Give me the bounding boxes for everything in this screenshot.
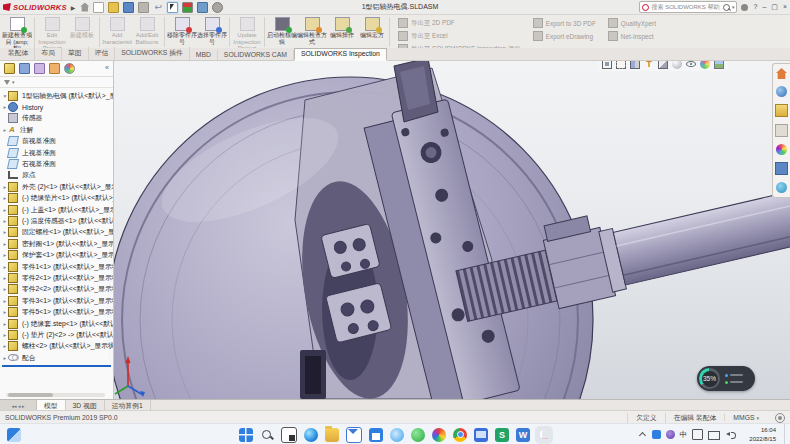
remote-app-button[interactable] — [474, 428, 488, 442]
widgets-button[interactable] — [7, 428, 21, 442]
ime-keyboard-icon[interactable] — [692, 429, 703, 440]
ribbon-button-edit-method[interactable]: 编辑检查方式 — [297, 15, 327, 49]
tab-solidworks-inspection[interactable]: SOLIDWORKS Inspection — [294, 48, 387, 61]
tree-item[interactable]: ▸(-) 温度传感器<1> (默认<<默认>_ — [2, 215, 113, 226]
tab-布局[interactable]: 布局 — [35, 47, 62, 60]
tree-item[interactable]: ▸(-) 上盖<1> (默认<<默认>_显示状 — [2, 204, 113, 215]
tree-root-item[interactable]: ▾ 1型铝轴热电偶 (默认<默认>_显示状态-1 — [2, 90, 113, 101]
tree-filter-row[interactable]: ▾ — [0, 77, 113, 88]
s-green-app-button[interactable] — [495, 428, 509, 442]
new-document-icon[interactable] — [93, 2, 104, 13]
tree-horizontal-scrollbar[interactable] — [6, 393, 105, 397]
custom-properties-icon[interactable] — [775, 162, 788, 175]
propertymanager-icon[interactable] — [19, 63, 30, 74]
filter-dropdown-icon[interactable]: ▾ — [12, 79, 15, 85]
solidworks-forum-icon[interactable] — [776, 182, 787, 193]
tree-item[interactable]: ▸零件2<1> (默认<<默认>_显示状 — [2, 272, 113, 283]
cad-model-view[interactable] — [0, 60, 790, 399]
ribbon-button-remove-balloons[interactable]: 移除零件序号 — [167, 15, 197, 49]
print-icon[interactable] — [138, 2, 149, 13]
view-palette-icon[interactable] — [775, 124, 788, 137]
performance-overlay[interactable]: 35% — [697, 366, 755, 391]
hidden-icons-chevron-icon[interactable] — [638, 430, 647, 439]
taskbar-clock[interactable]: 16:04 2022/8/15 — [742, 426, 776, 442]
ribbon-button-edit-macro[interactable]: 编辑宏方 — [357, 15, 387, 49]
tree-item[interactable]: 右视基准面 — [2, 158, 113, 169]
tree-item[interactable]: ▸配合 — [2, 352, 113, 363]
tree-item[interactable]: ▸注解 — [2, 124, 113, 135]
tree-item[interactable]: ▸外壳 (2)<1> (默认<<默认>_显示状 — [2, 181, 113, 192]
file-explorer-icon[interactable] — [775, 104, 788, 117]
solidworks-button[interactable] — [537, 428, 551, 442]
ime-lang-icon[interactable]: 中 — [680, 430, 688, 439]
tree-item[interactable]: ▸保护套<1> (默认<<默认>_显示状 — [2, 249, 113, 260]
cast-icon[interactable] — [708, 431, 720, 440]
volume-icon[interactable] — [725, 430, 734, 439]
start-button[interactable] — [239, 428, 253, 442]
solidworks-resources-icon[interactable] — [776, 68, 787, 79]
ribbon-button-select-balloons[interactable]: 选择零件序号 — [197, 15, 227, 49]
store-button[interactable] — [369, 428, 383, 442]
tree-item[interactable]: 前视基准面 — [2, 136, 113, 147]
color-wheel-app-button[interactable] — [432, 428, 446, 442]
tree-item[interactable]: ▸零件3<1> (默认<<默认>_显示状 — [2, 295, 113, 306]
tree-item[interactable]: ▸零件5<1> (默认<<默认>_显示状 — [2, 306, 113, 317]
minimize-button[interactable]: – — [762, 2, 766, 12]
appearances-scenes-icon[interactable] — [776, 144, 787, 155]
search-button[interactable] — [260, 428, 274, 442]
configurationmanager-icon[interactable] — [34, 63, 45, 74]
tree-item[interactable]: 上视基准面 — [2, 147, 113, 158]
search-icon[interactable] — [723, 4, 730, 11]
help-button[interactable]: ? — [753, 2, 757, 12]
user-account-icon[interactable] — [741, 4, 748, 11]
tab-草图[interactable]: 草图 — [62, 47, 89, 60]
onedrive-icon[interactable] — [652, 430, 661, 439]
displaymanager-icon[interactable] — [64, 63, 75, 74]
undo-icon[interactable]: ↩ — [153, 3, 163, 12]
search-dropdown-icon[interactable]: ▾ — [732, 4, 735, 10]
tab-评估[interactable]: 评估 — [89, 47, 116, 60]
featuremanager-icon[interactable] — [4, 63, 15, 74]
tab-装配体[interactable]: 装配体 — [2, 47, 35, 60]
graphics-area[interactable]: 35% — [0, 60, 790, 399]
dimxpertmanager-icon[interactable] — [49, 63, 60, 74]
tab-mbd[interactable]: MBD — [190, 50, 218, 60]
menu-flyout-arrow-icon[interactable]: ▶ — [71, 4, 76, 11]
scene-lights-icon[interactable] — [182, 2, 193, 13]
save-icon[interactable] — [123, 2, 134, 13]
green-messenger-button[interactable] — [411, 428, 425, 442]
options-icon[interactable] — [212, 2, 223, 13]
chrome-button[interactable] — [453, 428, 467, 442]
search-box[interactable]: 搜索 SOLIDWORKS 帮助 ▾ — [639, 1, 737, 13]
show-desktop-button[interactable] — [784, 424, 788, 444]
design-library-icon[interactable] — [776, 86, 787, 97]
tree-item[interactable]: ▸密封圈<1> (默认<<默认>_显示状 — [2, 238, 113, 249]
search-input[interactable]: 搜索 SOLIDWORKS 帮助 — [651, 3, 720, 12]
open-icon[interactable] — [108, 2, 119, 13]
ribbon-button-new-inspection[interactable]: 新建检查项目 (amp;构) — [2, 15, 32, 49]
collapse-panel-icon[interactable]: « — [105, 64, 109, 73]
file-explorer-button[interactable] — [325, 428, 339, 442]
display-manager-icon[interactable] — [197, 2, 208, 13]
tree-item[interactable]: 原点 — [2, 170, 113, 181]
tree-item[interactable]: 传感器 — [2, 113, 113, 124]
task-view-button[interactable] — [281, 427, 297, 443]
ribbon-button-launch-editor[interactable]: 启动检核编辑 — [267, 15, 297, 49]
edge-button[interactable] — [304, 428, 318, 442]
tree-item[interactable]: ▸History — [2, 101, 113, 112]
safety-icon[interactable] — [666, 430, 675, 439]
home-icon[interactable] — [80, 3, 89, 12]
solidworks-logo[interactable]: SOLIDWORKS — [3, 3, 67, 12]
restore-button[interactable]: ▢ — [771, 2, 778, 12]
cloud-app-button[interactable] — [390, 428, 404, 442]
mail-button[interactable] — [346, 427, 362, 443]
ribbon-button-edit-operation[interactable]: 编辑操作 — [327, 15, 357, 49]
tab-solidworks-插件[interactable]: SOLIDWORKS 插件 — [115, 47, 190, 60]
close-button[interactable]: × — [783, 2, 787, 12]
tree-item[interactable]: ▸(-) 垫片 (2)<2> -> (默认<<默认 — [2, 329, 113, 340]
tree-item[interactable]: ▸(-) 绝缘垫片<1> (默认<<默认>_显 — [2, 193, 113, 204]
wps-app-button[interactable] — [516, 428, 530, 442]
tree-item[interactable]: ▸零件2<2> (默认<<默认>_显示状 — [2, 284, 113, 295]
tree-item[interactable]: ▸螺柱<2> (默认<<默认>_显示状态 — [2, 341, 113, 352]
tab-solidworks-cam[interactable]: SOLIDWORKS CAM — [218, 50, 294, 60]
